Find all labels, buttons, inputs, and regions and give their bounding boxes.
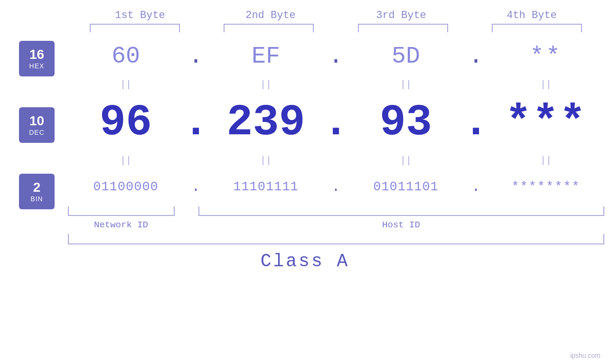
network-bracket-group: Network ID (68, 206, 175, 230)
bin-byte1: 01100000 (68, 180, 184, 194)
byte3-header: 3rd Byte (349, 9, 453, 21)
bracket-top-2 (224, 24, 314, 32)
byte2-header: 2nd Byte (218, 9, 323, 21)
watermark: ipshu.com (570, 352, 601, 359)
middle-section: 16 HEX 10 DEC 2 BIN 60 . (6, 36, 604, 230)
class-label: Class A (261, 251, 350, 271)
top-brackets (68, 24, 604, 32)
network-id-label: Network ID (68, 220, 175, 230)
dec-byte1: 96 (68, 98, 184, 148)
bin-byte3: 01011101 (348, 180, 464, 194)
hex-dot3: . (464, 43, 488, 70)
bin-dot2: . (324, 179, 348, 195)
dec-byte4: *** (488, 98, 604, 148)
main-container: 1st Byte 2nd Byte 3rd Byte 4th Byte 16 H… (0, 0, 610, 364)
byte-headers: 1st Byte 2nd Byte 3rd Byte 4th Byte (75, 9, 597, 21)
class-label-row: Class A (6, 251, 604, 271)
bin-byte2: 11101111 (208, 180, 324, 194)
hex-data-row: 60 . EF . 5D . ** (68, 36, 604, 76)
hex-dot2: . (324, 43, 348, 70)
byte1-header: 1st Byte (88, 9, 192, 21)
bin-byte4: ******** (488, 180, 604, 194)
hex-byte2: EF (208, 43, 324, 70)
dec-data-row: 96 . 239 . 93 . *** (68, 93, 604, 152)
bin-dot3: . (464, 179, 488, 195)
dec-byte3: 93 (348, 98, 464, 148)
full-bottom-bracket (68, 234, 604, 244)
network-id-bracket (68, 206, 175, 216)
bracket-top-4 (492, 24, 582, 32)
dec-badge: 10 DEC (19, 107, 55, 143)
hex-badge: 16 HEX (19, 41, 55, 76)
host-id-label: Host ID (198, 220, 604, 230)
bottom-brackets: Network ID Host ID (68, 206, 604, 230)
dec-dot2: . (324, 98, 348, 148)
dec-dot1: . (184, 98, 208, 148)
badges-column: 16 HEX 10 DEC 2 BIN (6, 36, 68, 209)
host-bracket-group: Host ID (198, 206, 604, 230)
bracket-top-3 (358, 24, 448, 32)
equals-row-1: || || || || (68, 76, 604, 93)
byte4-header: 4th Byte (479, 9, 584, 21)
dec-dot3: . (464, 98, 488, 148)
hex-byte1: 60 (68, 43, 184, 70)
hex-byte3: 5D (348, 43, 464, 70)
dec-byte2: 239 (208, 98, 324, 148)
bin-badge: 2 BIN (19, 174, 55, 209)
host-id-bracket (198, 206, 604, 216)
hex-dot1: . (184, 43, 208, 70)
bin-data-row: 01100000 . 11101111 . 01011101 . (68, 169, 604, 205)
bracket-top-1 (90, 24, 180, 32)
equals-row-2: || || || || (68, 152, 604, 169)
hex-byte4: ** (488, 43, 604, 70)
rows-container: 60 . EF . 5D . ** (68, 36, 604, 230)
bin-dot1: . (184, 179, 208, 195)
